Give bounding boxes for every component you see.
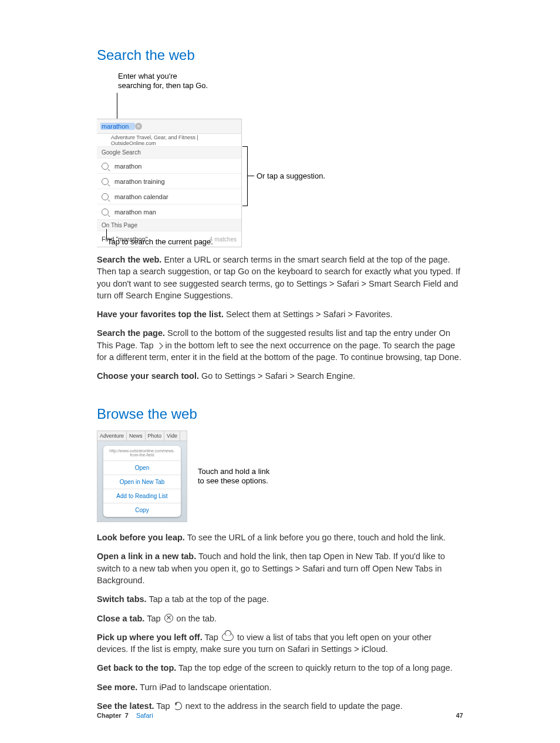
smart-search-field[interactable]: marathon × xyxy=(97,119,241,134)
callout-pointer xyxy=(247,176,254,176)
suggestion-text: marathon training xyxy=(114,178,165,185)
text: Tap xyxy=(154,701,173,711)
lead: Pick up where you left off. xyxy=(97,633,203,642)
suggestion-row[interactable]: marathon training xyxy=(97,174,241,189)
search-icon xyxy=(102,163,109,170)
section-heading-search: Search the web xyxy=(97,47,463,63)
search-panel: marathon × Adventure Travel, Gear, and F… xyxy=(97,119,242,247)
lead: Search the web. xyxy=(97,255,161,264)
clear-icon[interactable]: × xyxy=(135,123,142,130)
paragraph: Get back to the top. Tap the top edge of… xyxy=(97,662,463,674)
link-actions-screenshot: Adventure News Photo Vide http://www.out… xyxy=(97,431,187,522)
tab[interactable]: Vide xyxy=(164,431,180,441)
action-copy[interactable]: Copy xyxy=(103,503,181,517)
page-footer: Chapter 7 Safari 47 xyxy=(97,712,463,719)
suggestion-text: marathon man xyxy=(114,209,156,216)
paragraph: Open a link in a new tab. Touch and hold… xyxy=(97,550,463,586)
paragraph: Switch tabs. Tap a tab at the top of the… xyxy=(97,593,463,605)
footer-chapter-word: Chapter xyxy=(97,712,122,719)
suggestion-row[interactable]: marathon xyxy=(97,159,241,174)
search-icon xyxy=(102,193,109,200)
callout-right: Or tap a suggestion. xyxy=(257,172,325,181)
lead: Get back to the top. xyxy=(97,663,176,673)
find-matches: 4 matches xyxy=(210,236,237,243)
figure-browse: Adventure News Photo Vide http://www.out… xyxy=(97,431,463,522)
action-add-reading-list[interactable]: Add to Reading List xyxy=(103,489,181,503)
top-hit-row[interactable]: Adventure Travel, Gear, and Fitness | Ou… xyxy=(97,134,241,147)
action-sheet-url: http://www.outsideonline.com/news-from-t… xyxy=(103,446,181,461)
lead: Look before you leap. xyxy=(97,533,185,542)
paragraph: Have your favorites top the list. Select… xyxy=(97,308,463,320)
search-icon xyxy=(102,209,109,216)
footer-chapter-name: Safari xyxy=(136,712,153,719)
callout-top: Enter what you're searching for, then ta… xyxy=(118,72,212,91)
text: Tap xyxy=(144,614,163,623)
tab-bar: Adventure News Photo Vide xyxy=(97,431,187,441)
suggestion-text: marathon calendar xyxy=(114,193,168,200)
chevron-right-icon xyxy=(156,342,163,349)
text: on the tab. xyxy=(174,614,217,623)
lead: Choose your search tool. xyxy=(97,371,199,381)
paragraph: See the latest. Tap next to the address … xyxy=(97,700,463,712)
suggestion-text: marathon xyxy=(114,163,141,170)
lead: Close a tab. xyxy=(97,614,144,623)
text: next to the address in the search field … xyxy=(183,701,403,711)
lead: Switch tabs. xyxy=(97,594,147,604)
figure-search: Enter what you're searching for, then ta… xyxy=(97,72,463,248)
paragraph: Pick up where you left off. Tap to view … xyxy=(97,631,463,655)
lead: See more. xyxy=(97,683,137,692)
tab[interactable]: Photo xyxy=(146,431,165,441)
top-hit-text: Adventure Travel, Gear, and Fitness | Ou… xyxy=(111,135,237,146)
footer-page-number: 47 xyxy=(456,712,463,719)
text: Go to Settings > Safari > Search Engine. xyxy=(199,371,355,381)
tab[interactable]: Adventure xyxy=(97,431,127,441)
suggestion-row[interactable]: marathon man xyxy=(97,204,241,220)
paragraph: Search the web. Enter a URL or search te… xyxy=(97,254,463,301)
lead: Open a link in a new tab. xyxy=(97,552,196,561)
section-heading-browse: Browse the web xyxy=(97,406,463,422)
footer-chapter-num: 7 xyxy=(125,712,129,719)
paragraph: Choose your search tool. Go to Settings … xyxy=(97,370,463,382)
reload-icon xyxy=(174,702,182,710)
text: Turn iPad to landscape orientation. xyxy=(137,683,271,692)
action-open[interactable]: Open xyxy=(103,461,181,475)
lead: See the latest. xyxy=(97,701,154,711)
paragraph: Search the page. Scroll to the bottom of… xyxy=(97,327,463,363)
paragraph: Close a tab. Tap on the tab. xyxy=(97,613,463,624)
paragraph: See more. Turn iPad to landscape orienta… xyxy=(97,681,463,693)
callout-bracket xyxy=(242,146,248,206)
text: Tap the top edge of the screen to quickl… xyxy=(176,663,453,673)
lead: Search the page. xyxy=(97,328,165,338)
close-tab-icon xyxy=(164,614,173,623)
action-open-new-tab[interactable]: Open in New Tab xyxy=(103,475,181,489)
action-sheet: http://www.outsideonline.com/news-from-t… xyxy=(103,446,181,517)
onpage-header: On This Page xyxy=(97,220,241,231)
cloud-icon xyxy=(222,633,234,641)
search-input-value: marathon xyxy=(100,123,135,130)
text: Tap xyxy=(203,633,221,642)
suggestion-row[interactable]: marathon calendar xyxy=(97,189,241,204)
callout-bottom: Tap to search the current page. xyxy=(107,237,213,247)
text: To see the URL of a link before you go t… xyxy=(185,533,446,542)
search-icon xyxy=(102,178,109,185)
text: Select them at Settings > Safari > Favor… xyxy=(224,310,393,319)
lead: Have your favorites top the list. xyxy=(97,310,224,319)
callout-browse: Touch and hold a link to see these optio… xyxy=(198,467,274,486)
footer-chapter: Chapter 7 Safari xyxy=(97,712,153,719)
suggestions-header: Google Search xyxy=(97,147,241,159)
text: Tap a tab at the top of the page. xyxy=(147,594,269,604)
callout-pointer xyxy=(106,229,107,240)
tab[interactable]: News xyxy=(127,431,146,441)
paragraph: Look before you leap. To see the URL of … xyxy=(97,532,463,543)
